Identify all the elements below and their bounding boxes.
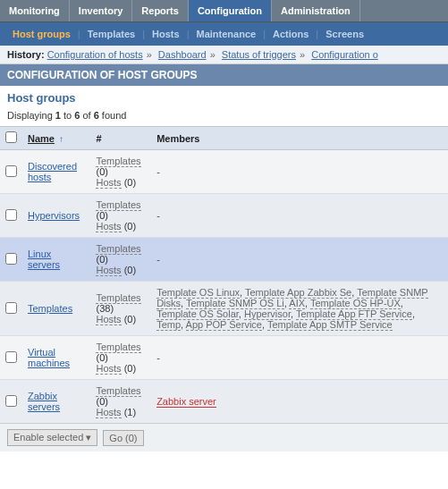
cell-members: - (151, 336, 448, 380)
table-row: Virtual machinesTemplates (0)Hosts (0)- (0, 336, 448, 380)
col-name[interactable]: Name ↑ (22, 127, 90, 150)
member-link[interactable]: Template App SMTP Service (267, 319, 393, 331)
group-name-link[interactable]: Discovered hosts (28, 161, 77, 182)
templates-link[interactable]: Templates (96, 341, 140, 353)
table-row: Linux serversTemplates (0)Hosts (0)- (0, 238, 448, 282)
row-checkbox[interactable] (5, 351, 17, 363)
cell-name: Discovered hosts (22, 150, 90, 194)
cell-counts: Templates (0)Hosts (0) (90, 150, 151, 194)
row-checkbox[interactable] (5, 253, 17, 265)
cell-checkbox (0, 380, 22, 424)
group-name-link[interactable]: Linux servers (28, 249, 60, 270)
col-checkbox (0, 127, 22, 150)
topnav-tab-inventory[interactable]: Inventory (70, 0, 133, 21)
templates-link[interactable]: Templates (96, 156, 140, 167)
topnav-tab-reports[interactable]: Reports (132, 0, 189, 21)
subnav-item-hosts[interactable]: Hosts (147, 26, 185, 42)
disp-suffix: found (99, 110, 127, 121)
top-nav: MonitoringInventoryReportsConfigurationA… (0, 0, 448, 22)
subnav-sep: | (76, 29, 82, 39)
table-row: TemplatesTemplates (38)Hosts (0)Template… (0, 282, 448, 336)
cell-members: - (151, 150, 448, 194)
page-title: CONFIGURATION OF HOST GROUPS (0, 64, 448, 86)
history-bar: History: Configuration of hosts» Dashboa… (0, 46, 448, 64)
templates-link[interactable]: Templates (96, 385, 140, 397)
subnav-item-host-groups[interactable]: Host groups (7, 26, 76, 42)
disp-prefix: Displaying (7, 110, 55, 121)
subnav-item-templates[interactable]: Templates (82, 26, 141, 42)
subnav-item-actions[interactable]: Actions (267, 26, 314, 42)
hosts-link[interactable]: Hosts (96, 363, 121, 375)
cell-name: Hypervisors (22, 194, 90, 238)
cell-name: Templates (22, 282, 90, 336)
history-crumb[interactable]: Status of triggers (222, 49, 296, 60)
select-all-checkbox[interactable] (5, 131, 17, 143)
group-name-link[interactable]: Templates (28, 303, 72, 314)
templates-link[interactable]: Templates (96, 199, 140, 211)
section-header: Host groups (0, 86, 448, 110)
history-label: History: (7, 49, 45, 60)
disp-of: of (80, 110, 93, 121)
topnav-tab-administration[interactable]: Administration (272, 0, 360, 21)
go-button[interactable]: Go (0) (103, 430, 143, 446)
cell-counts: Templates (0)Hosts (0) (90, 194, 151, 238)
topnav-tab-monitoring[interactable]: Monitoring (0, 0, 70, 21)
chevron-right-icon: » (296, 49, 309, 60)
cell-members: - (151, 194, 448, 238)
member-link[interactable]: Temp (156, 319, 181, 331)
cell-members: Zabbix server (151, 380, 448, 424)
table-row: Discovered hostsTemplates (0)Hosts (0)- (0, 150, 448, 194)
group-name-link[interactable]: Hypervisors (28, 210, 80, 221)
cell-counts: Templates (0)Hosts (0) (90, 336, 151, 380)
cell-counts: Templates (38)Hosts (0) (90, 282, 151, 336)
host-groups-table: Name ↑ # Members Discovered hostsTemplat… (0, 126, 448, 423)
subnav-sep: | (314, 29, 320, 39)
bulk-action-select[interactable]: Enable selected ▾ (7, 429, 97, 446)
cell-members: Template OS Linux, Template App Zabbix S… (151, 282, 448, 336)
hosts-link[interactable]: Hosts (96, 177, 121, 189)
cell-counts: Templates (0)Hosts (1) (90, 380, 151, 424)
hosts-link[interactable]: Hosts (96, 314, 121, 325)
hosts-link[interactable]: Hosts (96, 265, 121, 276)
templates-link[interactable]: Templates (96, 292, 140, 304)
row-checkbox[interactable] (5, 165, 17, 177)
hosts-link[interactable]: Hosts (96, 407, 121, 418)
group-name-link[interactable]: Zabbix servers (28, 391, 60, 412)
cell-name: Linux servers (22, 238, 90, 282)
section-heading: Host groups (7, 91, 441, 105)
cell-checkbox (0, 282, 22, 336)
disp-mid: to (61, 110, 74, 121)
row-checkbox[interactable] (5, 209, 17, 221)
cell-checkbox (0, 150, 22, 194)
col-members: Members (151, 127, 448, 150)
cell-checkbox (0, 336, 22, 380)
table-row: Zabbix serversTemplates (0)Hosts (1)Zabb… (0, 380, 448, 424)
row-checkbox[interactable] (5, 302, 17, 314)
sub-nav: Host groups|Templates|Hosts|Maintenance|… (0, 22, 448, 46)
hosts-link[interactable]: Hosts (96, 221, 121, 232)
history-crumb[interactable]: Configuration of hosts (47, 49, 143, 60)
history-crumb[interactable]: Configuration o (311, 49, 378, 60)
member-link[interactable]: App POP Service (186, 319, 262, 331)
subnav-item-maintenance[interactable]: Maintenance (191, 26, 262, 42)
chevron-right-icon: » (143, 49, 156, 60)
displaying-text: Displaying 1 to 6 of 6 found (0, 110, 448, 126)
col-name-link[interactable]: Name (28, 133, 55, 144)
group-name-link[interactable]: Virtual machines (28, 347, 70, 368)
templates-link[interactable]: Templates (96, 243, 140, 255)
cell-name: Virtual machines (22, 336, 90, 380)
subnav-sep: | (185, 29, 191, 39)
col-hash: # (90, 127, 151, 150)
cell-checkbox (0, 238, 22, 282)
cell-members: - (151, 238, 448, 282)
table-row: HypervisorsTemplates (0)Hosts (0)- (0, 194, 448, 238)
subnav-sep: | (140, 29, 147, 39)
subnav-item-screens[interactable]: Screens (320, 26, 369, 42)
history-crumb[interactable]: Dashboard (158, 49, 207, 60)
row-checkbox[interactable] (5, 395, 17, 407)
topnav-tab-configuration[interactable]: Configuration (189, 0, 272, 21)
chevron-right-icon: » (207, 49, 219, 60)
member-link[interactable]: Zabbix server (156, 396, 216, 408)
sort-up-icon: ↑ (57, 134, 63, 144)
cell-name: Zabbix servers (22, 380, 90, 424)
